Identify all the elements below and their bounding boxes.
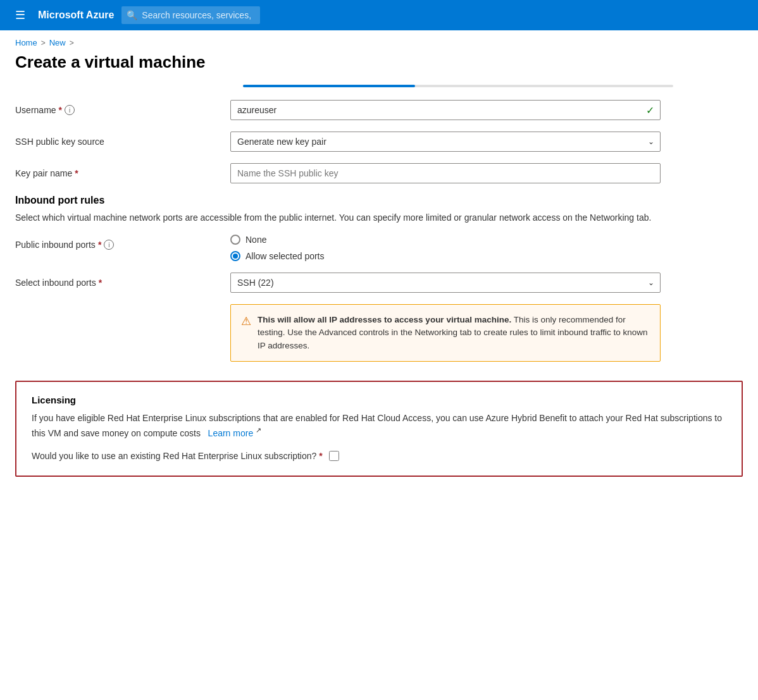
ssh-key-source-label: SSH public key source [15,132,230,147]
public-inbound-radio-group: None Allow selected ports [230,235,661,261]
key-pair-required-star: * [75,168,78,178]
breadcrumb-new[interactable]: New [49,38,66,47]
ssh-key-source-dropdown-wrapper: Generate new key pair ⌄ [230,132,661,152]
radio-none-option[interactable]: None [230,235,661,245]
radio-none-button[interactable] [230,235,240,245]
licensing-box: Licensing If you have eligible Red Hat E… [15,381,743,477]
progress-bar-fill [243,85,415,87]
username-required-star: * [59,105,62,115]
ssh-key-source-row: SSH public key source Generate new key p… [15,132,743,152]
radio-allow-button[interactable] [230,251,240,261]
progress-bar-container [243,85,743,87]
username-label: Username * i [15,100,230,115]
warning-bold-text: This will allow all IP addresses to acce… [258,315,511,324]
warning-text: This will allow all IP addresses to acce… [258,314,650,352]
select-inbound-control: SSH (22) ⌄ [230,273,661,293]
breadcrumb-sep-1: > [41,39,46,47]
radio-allow-label: Allow selected ports [245,251,325,261]
top-navigation: ☰ Microsoft Azure 🔍 [0,0,758,30]
page-title: Create a virtual machine [0,50,758,85]
key-pair-name-row: Key pair name * [15,163,743,183]
search-input[interactable] [121,6,260,24]
licensing-desc: If you have eligible Red Hat Enterprise … [32,412,726,440]
inbound-rules-desc: Select which virtual machine network por… [15,211,673,224]
inbound-rules-heading: Inbound port rules [15,195,743,206]
username-control: ✓ [230,100,661,120]
radio-allow-option[interactable]: Allow selected ports [230,251,661,261]
main-content: Username * i ✓ SSH public key source Gen… [0,85,758,502]
public-inbound-row: Public inbound ports * i None Allow sele… [15,235,743,261]
licensing-learn-more-link[interactable]: Learn more [208,427,254,438]
hamburger-menu-button[interactable]: ☰ [10,3,30,27]
licensing-question-text: Would you like to use an existing Red Ha… [32,450,323,463]
licensing-question-required-star: * [319,451,322,461]
select-inbound-dropdown[interactable]: SSH (22) [230,273,661,293]
public-inbound-required-star: * [98,240,101,250]
inbound-rules-section: Inbound port rules Select which virtual … [15,195,743,224]
search-wrapper: 🔍 [121,6,564,24]
brand-logo: Microsoft Azure [38,9,114,21]
username-valid-checkmark: ✓ [646,104,654,116]
progress-bar-background [243,85,673,87]
warning-box: ⚠ This will allow all IP addresses to ac… [230,304,661,362]
select-inbound-row: Select inbound ports * SSH (22) ⌄ [15,273,743,293]
breadcrumb-sep-2: > [70,39,74,47]
select-inbound-label: Select inbound ports * [15,273,230,288]
radio-allow-dot [233,254,238,259]
username-row: Username * i ✓ [15,100,743,120]
public-inbound-info-icon[interactable]: i [104,240,114,250]
ssh-key-source-control: Generate new key pair ⌄ [230,132,661,152]
breadcrumb: Home > New > [0,30,758,50]
select-inbound-dropdown-wrapper: SSH (22) ⌄ [230,273,661,293]
select-inbound-required-star: * [99,278,102,288]
key-pair-name-control [230,163,661,183]
username-input-wrapper: ✓ [230,100,661,120]
licensing-title: Licensing [32,395,726,405]
licensing-desc-text: If you have eligible Red Hat Enterprise … [32,413,722,438]
public-inbound-control: None Allow selected ports [230,235,661,261]
username-input[interactable] [230,100,661,120]
ssh-key-source-dropdown[interactable]: Generate new key pair [230,132,661,152]
licensing-checkbox[interactable] [329,451,339,461]
public-inbound-label: Public inbound ports * i [15,235,230,250]
external-link-icon: ↗ [256,426,261,434]
breadcrumb-home[interactable]: Home [15,38,37,47]
licensing-question-row: Would you like to use an existing Red Ha… [32,450,726,463]
key-pair-name-input[interactable] [230,163,661,183]
username-info-icon[interactable]: i [65,105,75,115]
radio-none-label: None [245,235,266,245]
key-pair-name-label: Key pair name * [15,163,230,178]
warning-triangle-icon: ⚠ [241,314,251,352]
